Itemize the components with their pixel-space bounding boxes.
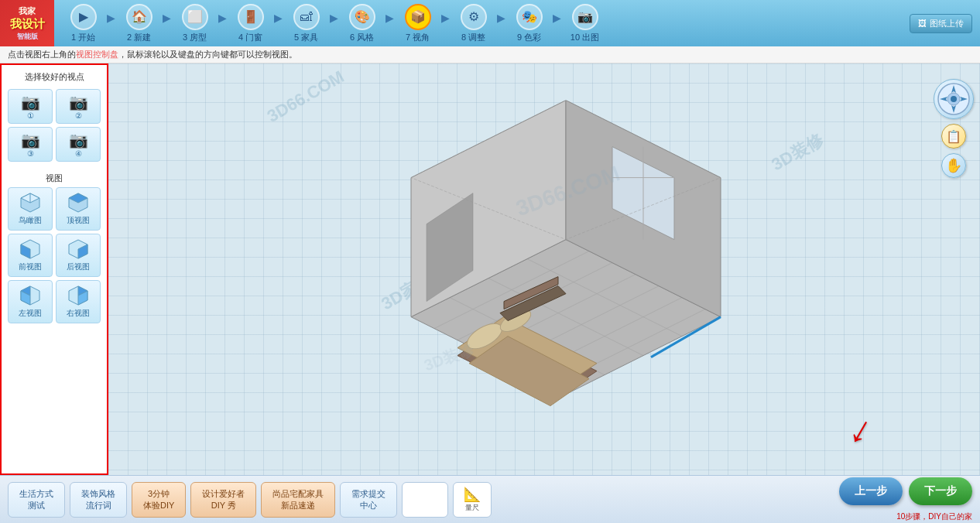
instruction-bar: 点击视图右上角的视图控制盘，鼠标滚轮以及键盘的方向键都可以控制视图。 [0,46,980,63]
step-label-8: 8 调整 [461,32,485,43]
view-birdseye[interactable]: 鸟瞰图 [8,187,53,231]
step-label-1: 1 开始 [71,32,95,43]
camera-icon-3: 📷 [21,131,40,149]
step-label-10: 10 出图 [571,32,599,43]
3d-room-view: 3D66.COM 3D装修 [349,101,783,426]
canvas-area[interactable]: 3D66.COM 3DECO.COM.CN 3D家居 3D装修 [108,63,980,475]
next-step-button[interactable]: 下一步 [909,477,972,505]
decostyle-line1: 装饰风格 [81,488,115,500]
step-label-3: 3 房型 [183,32,207,43]
diy3min-line1: 3分钟 [148,488,170,500]
left-panel: 选择较好的视点 📷 ① 📷 ② 📷 ③ 📷 ④ 视图 [0,63,108,475]
prev-step-button[interactable]: 上一步 [839,477,903,505]
step-arrow-9: ▶ [553,12,561,35]
view-back[interactable]: 后视图 [56,234,101,277]
nav-step-6[interactable]: 🎨6 风格 [341,1,383,46]
view-compass-button[interactable] [934,79,974,119]
instruction-highlight: 视图控制盘 [76,50,118,59]
tab-diydesign[interactable]: 设计爱好者 DIY 秀 [190,482,256,518]
viewpoint-label-1: ① [27,111,34,120]
step-arrow-8: ▶ [497,12,505,35]
front-view-icon [19,238,41,260]
viewpoint-grid: 📷 ① 📷 ② 📷 ③ 📷 ④ [8,89,101,162]
tab-diy3min[interactable]: 3分钟 体验DIY [132,482,186,518]
upload-button[interactable]: 🖼 图纸上传 [910,14,972,33]
step-icon-7: 📦 [405,4,431,30]
birdseye-label: 鸟瞰图 [19,215,42,226]
tool-icons-area: 📐 量尺 [453,482,492,518]
nav-step-5[interactable]: 🛋5 家具 [285,1,327,46]
decostyle-line2: 流行词 [86,500,111,511]
diydesign-line1: 设计爱好者 [202,488,245,500]
step-navigation: ▶1 开始▶🏠2 新建▶⬜3 房型▶🚪4 门窗▶🛋5 家具▶🎨6 风格▶📦7 视… [54,1,910,46]
xujiu-line2: 中心 [360,500,377,511]
viewpoint-2[interactable]: 📷 ② [56,89,101,124]
svg-point-48 [951,96,957,102]
camera-icon-4: 📷 [69,131,88,149]
viewpoint-label-3: ③ [27,149,34,158]
top-navigation-bar: 我家 我设计 智能版 ▶1 开始▶🏠2 新建▶⬜3 房型▶🚪4 门窗▶🛋5 家具… [0,0,980,46]
left-view-icon [19,285,41,306]
viewpoint-1[interactable]: 📷 ① [8,89,53,124]
step-icon-8: ⚙ [461,4,487,30]
logo-top-text: 我家 [19,5,36,17]
back-view-icon [67,238,89,260]
step-icon-1: ▶ [70,4,97,30]
nav-step-8[interactable]: ⚙8 调整 [452,1,495,46]
nav-step-4[interactable]: 🚪4 门窗 [229,1,272,46]
step-label-9: 9 色彩 [517,32,541,43]
lifestyle-line1: 生活方式 [19,488,53,500]
step-label-2: 2 新建 [127,32,151,43]
pan-button[interactable]: ✋ [941,153,966,178]
lifestyle-line2: 测试 [28,500,45,511]
xujiu-line1: 需求提交 [351,488,385,500]
step-arrow-7: ▶ [441,12,450,35]
arrow-indicator: ↓ [852,407,872,452]
view-top[interactable]: 顶视图 [56,187,101,231]
nav-step-9[interactable]: 🎭9 色彩 [508,1,550,46]
blank-tab-1 [402,482,448,518]
step-arrow-6: ▶ [385,12,394,35]
nav-step-1[interactable]: ▶1 开始 [62,1,105,46]
upload-label: 图纸上传 [930,18,964,29]
tab-decostyle[interactable]: 装饰风格 流行词 [70,482,127,518]
hand-icon: ✋ [945,157,962,174]
bottom-nav-buttons: 上一步 下一步 10步骤，DIY自己的家 [839,477,972,522]
nav-step-10[interactable]: 📷10 出图 [564,1,606,46]
view-front[interactable]: 前视图 [8,234,53,277]
step-label-6: 6 风格 [350,32,374,43]
step-icon-5: 🛋 [293,4,320,30]
step-label-5: 5 家具 [294,32,318,43]
instruction-text: 点击视图右上角的视图控制盘，鼠标滚轮以及键盘的方向键都可以控制视图。 [8,49,297,60]
red-arrow-icon: ↓ [842,405,882,454]
watermark-1: 3D66.COM [264,67,348,127]
camera-icon-1: 📷 [21,93,40,111]
step-icon-10: 📷 [572,4,598,30]
top-view-icon [67,192,89,214]
tab-lifestyle[interactable]: 生活方式 测试 [8,482,65,518]
step-icon-9: 🎭 [516,4,543,30]
viewpoint-4[interactable]: 📷 ④ [56,127,101,162]
clipboard-button[interactable]: 📋 [941,124,966,149]
tab-xujiu[interactable]: 需求提交 中心 [340,482,397,518]
compass-icon [937,82,971,116]
nav-step-2[interactable]: 🏠2 新建 [118,1,160,46]
nav-step-7[interactable]: 📦7 视角 [396,1,439,46]
tab-shangpin[interactable]: 尚品宅配家具 新品速递 [261,482,335,518]
smart-label: 智能版 [17,32,38,42]
left-view-label: 左视图 [19,308,42,319]
viewpoint-3[interactable]: 📷 ③ [8,127,53,162]
view-left[interactable]: 左视图 [8,280,53,323]
step-label-7: 7 视角 [406,32,430,43]
ruler-tool[interactable]: 📐 量尺 [453,482,492,518]
nav-step-3[interactable]: ⬜3 房型 [173,1,216,46]
viewpoint-label-4: ④ [75,149,82,158]
view-right[interactable]: 右视图 [56,280,101,323]
step-label-4: 4 门窗 [238,32,262,43]
bottom-bar: 生活方式 测试 装饰风格 流行词 3分钟 体验DIY 设计爱好者 DIY 秀 尚… [0,475,980,523]
svg-text:3D装修: 3D装修 [422,340,476,374]
step-arrow-5: ▶ [330,12,338,35]
right-view-label: 右视图 [67,308,90,319]
step-icon-3: ⬜ [182,4,208,30]
shangpin-line2: 新品速递 [281,500,315,511]
